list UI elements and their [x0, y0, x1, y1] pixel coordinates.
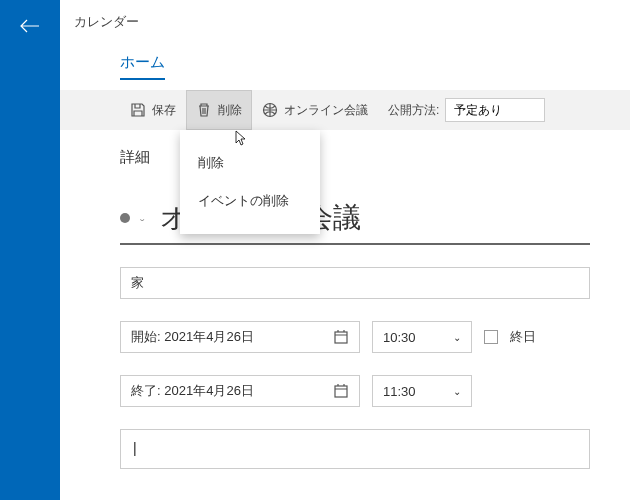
- start-time-select[interactable]: 10:30 ⌄: [372, 321, 472, 353]
- allday-checkbox[interactable]: [484, 330, 498, 344]
- description-caret: |: [133, 440, 137, 456]
- calendar-icon: [333, 383, 349, 399]
- end-time-value: 11:30: [383, 384, 416, 399]
- app-title: カレンダー: [60, 0, 630, 31]
- save-button[interactable]: 保存: [120, 90, 186, 130]
- chevron-down-icon: ⌄: [453, 332, 461, 343]
- online-meeting-button[interactable]: オンライン会議: [252, 90, 378, 130]
- menu-item-delete[interactable]: 削除: [180, 144, 320, 182]
- chevron-down-icon[interactable]: ⌄: [138, 214, 146, 222]
- start-text: 開始: 2021年4月26日: [131, 328, 254, 346]
- online-meeting-label: オンライン会議: [284, 102, 368, 119]
- tab-home[interactable]: ホーム: [120, 53, 165, 80]
- end-date-picker[interactable]: 終了: 2021年4月26日: [120, 375, 360, 407]
- start-date-picker[interactable]: 開始: 2021年4月26日: [120, 321, 360, 353]
- svg-rect-1: [335, 332, 347, 343]
- publication-method-label: 公開方法:: [388, 102, 439, 119]
- back-arrow-icon[interactable]: [20, 18, 40, 500]
- allday-label: 終日: [510, 328, 536, 346]
- left-sidebar: [0, 0, 60, 500]
- end-row: 終了: 2021年4月26日 11:30 ⌄: [120, 375, 590, 407]
- content-area: 詳細 ⌄ オンライン会議 家 開始: 2021年4月26日 10:30 ⌄ 終日: [60, 130, 630, 469]
- trash-icon: [196, 102, 212, 118]
- tab-strip: ホーム: [60, 31, 630, 80]
- publication-method-value: 予定あり: [454, 102, 502, 119]
- end-time-select[interactable]: 11:30 ⌄: [372, 375, 472, 407]
- location-value: 家: [131, 274, 144, 292]
- location-input[interactable]: 家: [120, 267, 590, 299]
- publication-method-select[interactable]: 予定あり: [445, 98, 545, 122]
- menu-item-delete-event[interactable]: イベントの削除: [180, 182, 320, 220]
- start-time-value: 10:30: [383, 330, 416, 345]
- description-input[interactable]: |: [120, 429, 590, 469]
- start-row: 開始: 2021年4月26日 10:30 ⌄ 終日: [120, 321, 590, 353]
- delete-label: 削除: [218, 102, 242, 119]
- delete-button[interactable]: 削除: [186, 90, 252, 130]
- calendar-icon: [333, 329, 349, 345]
- save-icon: [130, 102, 146, 118]
- delete-dropdown: 削除 イベントの削除: [180, 130, 320, 234]
- main-pane: カレンダー ホーム 保存 削除 オンライン会議 公開方法: 予定あり: [60, 0, 630, 500]
- svg-rect-2: [335, 386, 347, 397]
- color-dot-icon[interactable]: [120, 213, 130, 223]
- toolbar: 保存 削除 オンライン会議 公開方法: 予定あり 削除 イベントの削除: [60, 90, 630, 130]
- end-text: 終了: 2021年4月26日: [131, 382, 254, 400]
- save-label: 保存: [152, 102, 176, 119]
- globe-icon: [262, 102, 278, 118]
- chevron-down-icon: ⌄: [453, 386, 461, 397]
